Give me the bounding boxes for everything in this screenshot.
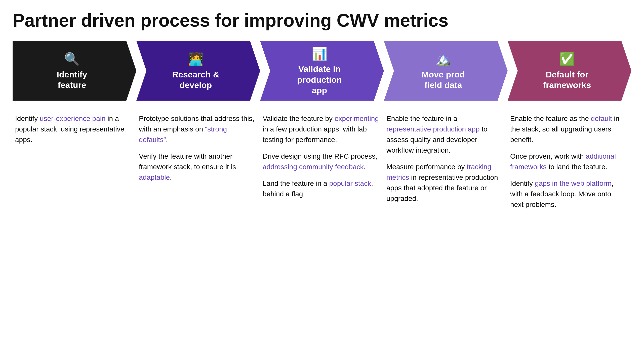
content-paragraph: Identify gaps in the web platform, with … [510,178,626,210]
content-paragraph: Prototype solutions that address this, w… [139,113,255,145]
research-icon: 🧑‍💻 [188,51,204,67]
content-paragraph: Enable the feature as the default in the… [510,113,626,145]
identify-label: Identify feature [57,69,87,90]
inline-link: default [591,115,612,122]
move-icon: 🏔️ [435,51,451,67]
arrow-move: 🏔️Move prod field data [384,41,508,101]
content-col-move: Enable the feature in a representative p… [384,113,508,210]
identify-icon: 🔍 [64,51,80,67]
inline-link: tracking metrics [386,163,491,181]
content-col-default: Enable the feature as the default in the… [508,113,631,210]
inline-link: addressing community feedback. [263,163,366,171]
content-col-validate: Validate the feature by experimenting in… [260,113,384,210]
content-paragraph: Validate the feature by experimenting in… [263,113,379,145]
inline-link: adaptable [139,173,170,181]
default-label: Default for frameworks [543,69,591,90]
content-paragraph: Enable the feature in a representative p… [386,113,503,156]
content-paragraph: Land the feature in a popular stack, beh… [263,178,379,199]
move-label: Move prod field data [422,69,465,90]
content-paragraph: Verify the feature with another framewor… [139,151,255,183]
content-paragraph: Identify user-experience pain in a popul… [15,113,131,145]
default-icon: ✅ [559,51,575,67]
inline-link: user-experience pain [40,115,106,122]
arrow-identify: 🔍Identify feature [13,41,136,101]
inline-link: “strong defaults” [139,125,227,144]
content-col-research: Prototype solutions that address this, w… [136,113,260,210]
inline-link: experimenting [335,115,379,122]
content-col-identify: Identify user-experience pain in a popul… [13,113,136,210]
research-label: Research & develop [172,69,219,90]
arrow-validate: 📊Validate in production app [260,41,384,101]
content-paragraph: Drive design using the RFC process, addr… [263,151,379,172]
content-paragraph: Once proven, work with additional framew… [510,151,626,172]
page-title: Partner driven process for improving CWV… [13,10,631,31]
validate-label: Validate in production app [297,64,342,96]
content-row: Identify user-experience pain in a popul… [13,113,631,210]
inline-link: representative production app [386,125,479,133]
arrows-row: 🔍Identify feature🧑‍💻Research & develop📊V… [13,41,631,101]
inline-link: popular stack [329,179,371,187]
validate-icon: 📊 [312,46,327,62]
content-paragraph: Measure performance by tracking metrics … [386,162,503,204]
arrow-research: 🧑‍💻Research & develop [136,41,260,101]
arrow-default: ✅Default for frameworks [508,41,631,101]
inline-link: additional frameworks [510,152,616,171]
inline-link: gaps in the web platform [535,179,612,187]
